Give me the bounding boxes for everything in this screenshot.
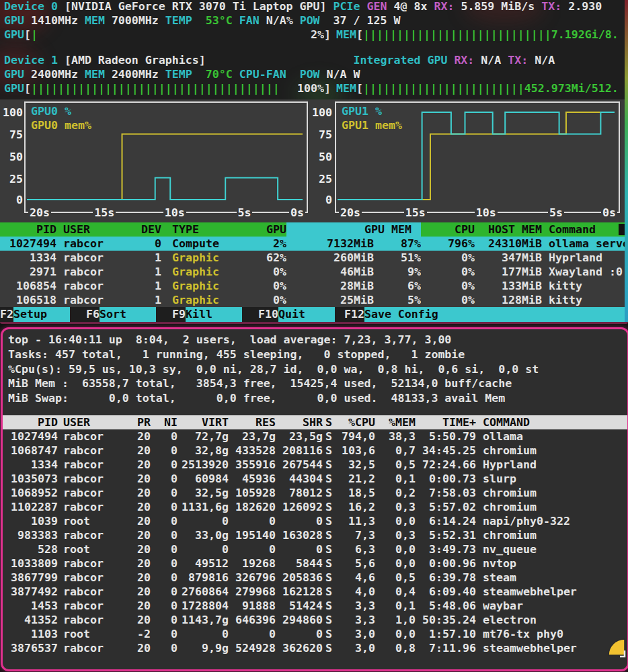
fkey-action-kill[interactable]: Kill [186,307,242,322]
col-time[interactable]: TIME+ [416,415,476,429]
device1-gauges: GPU[||||||||||||||||||||||||||||||||||||… [4,82,621,96]
top-table-header: PID USER PR NI VIRT RES SHR S %CPU %MEM … [3,415,627,429]
gpu1-ytick-100: 100 [311,106,332,119]
top-process-row: 983383rabcor20033,0g195140163028S7,30,35… [3,528,627,542]
gpu0-legend: GPU0 % GPU0 mem% [31,104,91,132]
top-process-row: 1035073rabcor200609844593644304S21,20,10… [3,472,627,486]
gpu1-ytick-50: 50 [311,151,332,163]
fkey-action-quit[interactable]: Quit [278,307,335,322]
fkey-action-setup[interactable]: Setup [13,307,70,322]
top-process-row: 1068747rabcor20032,8g433528208116S103,60… [3,444,627,458]
col-res[interactable]: RES [229,415,276,429]
top-summary: top - 16:40:11 up 8:04, 2 users, load av… [3,329,627,407]
fkey-f10[interactable]: F10 [258,307,278,322]
col-cpu[interactable]: %CPU [335,415,375,429]
top-summary-line: top - 16:40:11 up 8:04, 2 users, load av… [8,333,627,348]
nvtop-process-row[interactable]: 1027494rabcor0Compute2%7132MiB87%796%243… [0,237,628,251]
col-user[interactable]: USER [63,222,121,237]
col-command[interactable]: COMMAND [483,415,627,429]
col-s[interactable]: S [323,415,335,429]
col-pid[interactable]: PID [4,222,56,237]
top-process-row: 41352rabcor2001143,7g646396294860S3,31,0… [3,613,627,627]
gpu1-ytick-25: 25 [311,173,332,185]
gpu0-xtick: 10s [163,206,186,219]
device1-mem-gauge: MEM[||||||||||||||||||||||||452.973Mi/51… [336,82,621,96]
device0-gauges: GPU[|2%] MEM[|||||||||||||||||||||||||||… [4,28,621,42]
gpu0-xtick: 0s [289,206,305,219]
top-process-row: 3877492rabcor2002760864279968162128S4,00… [3,585,627,599]
nvtop-process-row[interactable]: 106518rabcor1Graphic0%25MiB5%0%128MiBkit… [0,293,628,307]
top-process-row: 1033809rabcor20049512192685844S5,60,00:0… [3,556,627,571]
nvtop-device-info: Device 0 [NVIDIA GeForce RTX 3070 Ti Lap… [4,0,621,96]
gpu0-xtick: 5s [237,206,253,219]
col-ni[interactable]: NI [151,415,178,429]
col-pr[interactable]: PR [125,415,151,429]
gpu0-ytick-75: 75 [1,128,23,141]
gpu0-ytick-0: 0 [1,194,23,206]
nvtop-charts: 100 75 50 25 0 GPU0 % GPU0 mem% 20s 15s … [0,99,628,222]
top-process-row: 1039root200000S11,30,06:14.24napi/phy0-3… [3,514,627,528]
top-process-row: 1453rabcor20017288049188851424S3,30,15:4… [3,599,627,613]
gpu1-xtick: 15s [404,206,427,219]
gpu1-chart: GPU1 % GPU1 mem% 20s 15s 10s 5s 0s [335,101,620,213]
top-process-row: 3867799rabcor200879816326796205836S4,60,… [3,571,627,585]
gpu1-xtick: 5s [548,206,564,219]
device1-stats: GPU 2400MHz MEM 2400MHz TEMP 70°C CPU-FA… [4,68,621,82]
col-pid[interactable]: PID [8,415,58,429]
nvtop-table-rows: 1027494rabcor0Compute2%7132MiB87%796%243… [0,237,628,307]
nvtop-fkey-bar: F2SetupF6SortF9KillF10QuitF12Save Config [0,307,628,322]
fkey-action-save-config[interactable]: Save Config [364,307,628,322]
nvtop-table-header: PID USER DEV TYPE GPU GPU MEM CPU HOST M… [0,222,628,237]
col-host-mem[interactable]: HOST MEM [475,222,542,237]
background-window-edge [625,0,628,324]
col-user[interactable]: USER [63,415,125,429]
fkey-f9[interactable]: F9 [172,307,186,322]
col-dev[interactable]: DEV [121,222,161,237]
device1-gpu-gauge: GPU[||||||||||||||||||||||||||||||||||||… [4,82,331,96]
gpu0-xtick: 20s [28,206,51,219]
nvtop-window[interactable]: Device 0 [NVIDIA GeForce RTX 3070 Ti Lap… [0,0,628,322]
nvtop-process-row[interactable]: 1334rabcor1Graphic62%260MiB51%0%347MiBHy… [0,251,628,265]
nvtop-window-border [0,322,628,324]
gpu1-xtick: 0s [601,206,617,219]
col-command[interactable]: Command [549,222,628,237]
top-summary-line: MiB Mem : 63558,7 total, 3854,3 free, 15… [8,377,627,392]
top-summary-line: %Cpu(s): 59,5 us, 10,3 sy, 0,0 ni, 28,7 … [8,363,627,378]
top-process-row: 1068952rabcor20032,5g10592878012S18,50,2… [3,486,627,500]
nvtop-process-row[interactable]: 2971rabcor1Graphic0%46MiB9%0%177MiBXwayl… [0,265,628,279]
device0-stats: GPU 1410MHz MEM 7000MHz TEMP 53°C FAN N/… [4,14,621,28]
nvtop-process-row[interactable]: 106854rabcor1Graphic0%28MiB6%0%133MiBkit… [0,279,628,293]
gpu0-xtick: 15s [93,206,116,219]
fkey-f12[interactable]: F12 [344,307,364,322]
gpu1-xtick: 10s [475,206,498,219]
col-shr[interactable]: SHR [276,415,323,429]
fkey-f6[interactable]: F6 [86,307,100,322]
col-gpu-mem-sorted[interactable]: GPU MEM [286,222,421,237]
fkey-action-sort[interactable]: Sort [100,307,156,322]
device0-title: Device 0 [NVIDIA GeForce RTX 3070 Ti Lap… [4,0,621,14]
gpu0-ytick-100: 100 [1,106,23,119]
col-cpu[interactable]: CPU [421,222,475,237]
col-mem[interactable]: %MEM [375,415,416,429]
col-gpu[interactable]: GPU [237,222,286,237]
gpu0-ytick-25: 25 [1,173,23,185]
gpu1-ytick-75: 75 [311,128,332,141]
device0-gpu-gauge: GPU[|2%] [4,28,331,42]
window-gap [0,322,628,327]
fkey-f2[interactable]: F2 [0,307,13,322]
col-virt[interactable]: VIRT [178,415,229,429]
desktop: Device 0 [NVIDIA GeForce RTX 3070 Ti Lap… [0,0,628,672]
gpu0-ytick-50: 50 [1,151,23,163]
col-type[interactable]: TYPE [172,222,237,237]
top-process-row: 528root200000S6,30,03:49.73nv_queue [3,542,627,556]
top-process-row: 3876537rabcor2009,9g524928362620S3,00,87… [3,641,627,655]
gpu0-chart: GPU0 % GPU0 mem% 20s 15s 10s 5s 0s [24,101,308,213]
top-window[interactable]: top - 16:40:11 up 8:04, 2 users, load av… [1,327,628,671]
top-process-row: 1334rabcor2002513920355916267544S32,50,5… [3,458,627,472]
gpu1-legend: GPU1 % GPU1 mem% [342,104,402,132]
top-summary-line: Tasks: 457 total, 1 running, 455 sleepin… [8,348,627,363]
top-summary-line: MiB Swap: 0,0 total, 0,0 free, 0,0 used.… [8,392,627,407]
device0-mem-gauge: MEM[||||||||||||||||||||||||||||7.192Gi/… [336,28,621,42]
top-process-row: 1102287rabcor2001131,6g182620126092S16,2… [3,500,627,514]
nvtop-process-table: PID USER DEV TYPE GPU GPU MEM CPU HOST M… [0,222,628,307]
